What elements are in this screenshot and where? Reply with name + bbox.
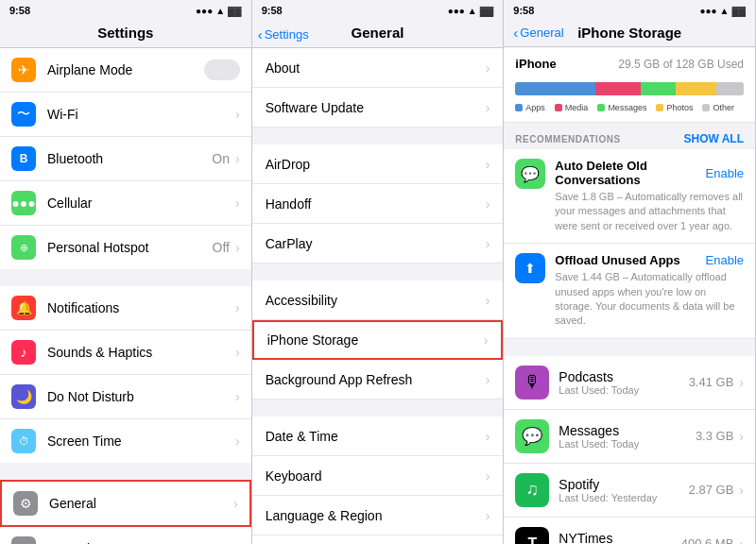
battery-icon: ▓▓	[228, 6, 242, 16]
general-item-datetime[interactable]: Date & Time ›	[252, 416, 504, 456]
settings-gap-2	[0, 463, 251, 480]
photos-legend-label: Photos	[666, 103, 693, 112]
podcasts-size: 3.41 GB	[689, 375, 734, 389]
storage-back-label: General	[520, 26, 563, 40]
legend-media: Media	[555, 103, 589, 112]
general-item-about[interactable]: About ›	[252, 48, 504, 88]
hotspot-chevron: ›	[235, 240, 240, 255]
settings-item-dnd[interactable]: 🌙 Do Not Disturb ›	[0, 375, 251, 419]
softwareupdate-label: Software Update	[266, 100, 486, 115]
general-item-carplay[interactable]: CarPlay ›	[252, 224, 504, 264]
storage-usage-bar	[515, 82, 744, 95]
settings-item-wifi[interactable]: 〜 Wi-Fi ›	[0, 93, 251, 137]
app-spotify[interactable]: ♫ Spotify Last Used: Yesterday 2.87 GB ›	[504, 464, 755, 518]
storage-title: iPhone Storage	[577, 25, 681, 41]
general-group-3: Accessibility › iPhone Storage › Backgro…	[252, 280, 504, 400]
rec-offload-title-row: Offload Unused Apps Enable	[555, 253, 744, 267]
settings-item-screentime[interactable]: ⏱ Screen Time ›	[0, 419, 251, 463]
accessibility-chevron: ›	[486, 293, 490, 308]
storage-time: 9:58	[513, 5, 534, 16]
settings-item-general[interactable]: ⚙ General ›	[0, 480, 251, 527]
backgroundrefresh-chevron: ›	[486, 372, 490, 387]
general-item-dictionary[interactable]: Dictionary ›	[252, 536, 504, 544]
settings-time: 9:58	[9, 5, 30, 16]
language-label: Language & Region	[266, 508, 486, 523]
hotspot-icon: ⊕	[11, 235, 36, 260]
rec-autodelete-content: Auto Delete Old Conversations Enable Sav…	[555, 159, 744, 233]
app-messages[interactable]: 💬 Messages Last Used: Today 3.3 GB ›	[504, 410, 755, 464]
messages-size: 3.3 GB	[696, 429, 733, 443]
settings-item-notifications[interactable]: 🔔 Notifications ›	[0, 286, 251, 331]
legend-messages: Messages	[597, 103, 646, 112]
sounds-chevron: ›	[235, 345, 240, 360]
about-label: About	[266, 60, 486, 76]
general-item-keyboard[interactable]: Keyboard ›	[252, 456, 504, 496]
bluetooth-chevron: ›	[235, 151, 240, 166]
podcasts-lastused: Last Used: Today	[558, 384, 688, 396]
messages-chevron: ›	[739, 429, 744, 444]
messages-lastused: Last Used: Today	[558, 438, 696, 450]
general-icon: ⚙	[13, 491, 38, 516]
general-item-softwareupdate[interactable]: Software Update ›	[252, 88, 504, 128]
dnd-chevron: ›	[235, 389, 240, 404]
general-item-iphonestorage[interactable]: iPhone Storage ›	[252, 320, 504, 360]
app-podcasts[interactable]: 🎙 Podcasts Last Used: Today 3.41 GB ›	[504, 356, 755, 410]
rec-offload-title: Offload Unused Apps	[555, 253, 679, 267]
settings-item-hotspot[interactable]: ⊕ Personal Hotspot Off ›	[0, 226, 251, 269]
settings-item-sounds[interactable]: ♪ Sounds & Haptics ›	[0, 331, 251, 375]
iphonestorage-chevron: ›	[484, 332, 489, 348]
spotify-info: Spotify Last Used: Yesterday	[558, 477, 688, 503]
legend-apps: Apps	[515, 103, 545, 112]
cellular-label: Cellular	[47, 196, 235, 211]
rec-offload-enable[interactable]: Enable	[706, 253, 744, 267]
photos-dot	[656, 104, 663, 111]
general-gap-1	[252, 128, 504, 144]
dnd-label: Do Not Disturb	[47, 389, 235, 404]
settings-item-cellular[interactable]: ●●● Cellular ›	[0, 181, 251, 226]
airplane-toggle[interactable]	[204, 60, 240, 80]
podcasts-icon: 🎙	[515, 366, 549, 400]
settings-status-icons: ●●● ▲ ▓▓	[196, 6, 242, 16]
general-item-airdrop[interactable]: AirDrop ›	[252, 144, 504, 184]
carplay-chevron: ›	[486, 236, 490, 251]
general-item-handoff[interactable]: Handoff ›	[252, 184, 504, 224]
settings-panel: 9:58 ●●● ▲ ▓▓ Settings ✈ Airplane Mode 〜…	[0, 0, 252, 544]
general-status-icons: ●●● ▲ ▓▓	[448, 6, 494, 16]
datetime-chevron: ›	[486, 429, 490, 444]
notifications-icon: 🔔	[11, 296, 36, 320]
settings-item-bluetooth[interactable]: B Bluetooth On ›	[0, 137, 251, 181]
keyboard-label: Keyboard	[266, 468, 486, 484]
settings-item-controlcenter[interactable]: ⊞ Control Center ›	[0, 527, 251, 544]
storage-status-bar: 9:58 ●●● ▲ ▓▓	[504, 0, 755, 21]
storage-device-name: iPhone	[515, 57, 556, 71]
datetime-label: Date & Time	[266, 429, 486, 444]
screentime-chevron: ›	[235, 434, 240, 449]
settings-item-airplane[interactable]: ✈ Airplane Mode	[0, 48, 251, 93]
other-segment	[716, 82, 744, 95]
app-nytimes[interactable]: T NYTimes Last Used: 4/30/19 400.6 MB ›	[504, 518, 755, 544]
apps-dot	[515, 104, 523, 111]
storage-back-button[interactable]: ‹ General	[513, 25, 563, 41]
airplane-icon: ✈	[11, 58, 36, 82]
apps-segment	[515, 82, 595, 95]
sounds-icon: ♪	[11, 340, 36, 365]
general-back-label: Settings	[265, 27, 309, 42]
cellular-chevron: ›	[235, 196, 240, 211]
cellular-icon: ●●●	[11, 191, 36, 215]
notifications-label: Notifications	[47, 300, 235, 315]
about-chevron: ›	[486, 60, 490, 76]
general-item-accessibility[interactable]: Accessibility ›	[252, 280, 504, 320]
general-item-backgroundrefresh[interactable]: Background App Refresh ›	[252, 360, 504, 400]
show-all-button[interactable]: SHOW ALL	[683, 132, 744, 145]
rec-offload-desc: Save 1.44 GB – Automatically offload unu…	[555, 270, 744, 329]
rec-autodelete-title: Auto Delete Old Conversations	[555, 159, 705, 187]
general-item-language[interactable]: Language & Region ›	[252, 496, 504, 536]
messages-name: Messages	[558, 423, 696, 438]
general-back-button[interactable]: ‹ Settings	[258, 26, 309, 42]
iphonestorage-label: iPhone Storage	[267, 332, 484, 348]
nytimes-name: NYTimes	[558, 531, 680, 544]
general-group-2: AirDrop › Handoff › CarPlay ›	[252, 144, 504, 264]
storage-list: iPhone 29.5 GB of 128 GB Used Apps Media	[504, 47, 755, 544]
rec-autodelete-enable[interactable]: Enable	[706, 166, 744, 180]
storage-wifi-icon: ▲	[720, 6, 730, 16]
